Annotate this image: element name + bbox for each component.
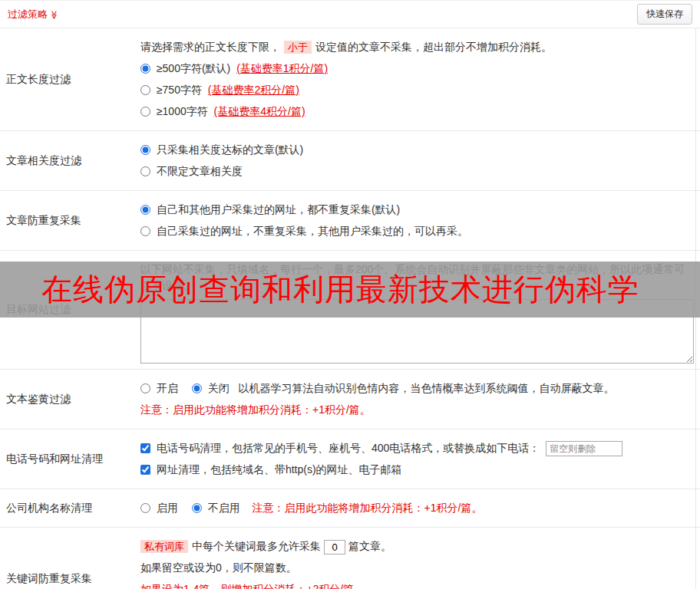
radio-option-porn-off[interactable]: 关闭: [192, 382, 233, 394]
checkbox-phone-clean[interactable]: [140, 443, 150, 453]
company-clean-note: 注意：启用此功能将增加积分消耗：+1积分/篇。: [253, 502, 483, 514]
instruction-text-pre: 请选择需求的正文长度下限，: [140, 41, 280, 53]
radio-relevant-only[interactable]: [140, 145, 150, 155]
row-company-clean: 公司机构名称清理 启用 不启用 注意：启用此功能将增加积分消耗：+1积分/篇。: [0, 489, 700, 528]
dedup-filter-label: 文章防重复采集: [0, 191, 140, 250]
radio-option-company-disable[interactable]: 不启用: [192, 502, 243, 514]
radio-label: 自己和其他用户采集过的网址，都不重复采集(默认): [157, 203, 400, 216]
filter-strategy-panel: 过滤策略≫ 快速保存 正文长度过滤 请选择需求的正文长度下限，小于设定值的文章不…: [0, 0, 700, 589]
max-articles-input[interactable]: [324, 540, 345, 554]
watermark-text: 在线伪原创查询和利用最新技术进行伪科学: [41, 268, 639, 311]
radio-label: 不启用: [208, 502, 240, 514]
checkbox-option-url-clean[interactable]: 网址清理，包括纯域名、带http(s)的网址、电子邮箱: [140, 463, 402, 475]
phone-url-clean-label: 电话号码和网址清理: [0, 429, 140, 489]
checkbox-label: 网址清理，包括纯域名、带http(s)的网址、电子邮箱: [157, 463, 402, 475]
radio-label: ≥1000字符: [157, 105, 208, 117]
section-title-toggle[interactable]: 过滤策略≫: [8, 8, 59, 21]
watermark-banner: 在线伪原创查询和利用最新技术进行伪科学: [0, 262, 700, 318]
radio-500-chars[interactable]: [140, 64, 150, 74]
rate-note: (基础费率2积分/篇): [208, 84, 299, 96]
radio-label: 不限定文章相关度: [157, 165, 243, 177]
row-keyword-dedup: 关键词防重复采集 私有词库中每个关键词最多允许采集篇文章。 如果留空或设为0，则…: [0, 528, 700, 589]
radio-label: 关闭: [208, 382, 229, 394]
radio-option-company-enable[interactable]: 启用: [140, 502, 181, 514]
radio-option-porn-on[interactable]: 开启: [140, 382, 181, 394]
radio-1000-chars[interactable]: [140, 107, 150, 117]
highlight-less-than: 小于: [284, 41, 312, 54]
radio-label: ≥500字符(默认): [157, 62, 230, 74]
keyword-dedup-line1-end: 篇文章。: [348, 540, 391, 552]
radio-option-1000-chars[interactable]: ≥1000字符 (基础费率4积分/篇): [140, 105, 305, 117]
radio-label: 开启: [157, 382, 178, 394]
replacement-phone-input[interactable]: [546, 441, 622, 456]
radio-porn-off[interactable]: [192, 383, 202, 393]
radio-no-relevance-limit[interactable]: [140, 166, 150, 176]
row-length-filter: 正文长度过滤 请选择需求的正文长度下限，小于设定值的文章不采集，超出部分不增加积…: [0, 28, 700, 131]
radio-750-chars[interactable]: [140, 85, 150, 95]
row-relevance-filter: 文章相关度过滤 只采集相关度达标的文章(默认) 不限定文章相关度: [0, 131, 700, 191]
checkbox-label: 电话号码清理，包括常见的手机号、座机号、400电话格式，或替换成如下电话：: [157, 442, 540, 454]
keyword-dedup-label: 关键词防重复采集: [0, 528, 140, 589]
radio-option-dedup-all-users[interactable]: 自己和其他用户采集过的网址，都不重复采集(默认): [140, 203, 400, 216]
radio-porn-on[interactable]: [140, 383, 150, 393]
porn-filter-description: 以机器学习算法自动识别色情内容，当色情概率达到系统阈值，自动屏蔽文章。: [239, 382, 615, 394]
radio-option-relevant-only[interactable]: 只采集相关度达标的文章(默认): [140, 143, 303, 156]
header: 过滤策略≫ 快速保存: [0, 1, 700, 28]
radio-dedup-all-users[interactable]: [140, 205, 150, 215]
radio-company-disable[interactable]: [192, 503, 202, 513]
radio-label: ≥750字符: [157, 84, 202, 96]
keyword-dedup-line1-mid: 中每个关键词最多允许采集: [192, 540, 321, 552]
porn-filter-label: 文本鉴黄过滤: [0, 370, 140, 429]
row-porn-filter: 文本鉴黄过滤 开启 关闭 以机器学习算法自动识别色情内容，当色情概率达到系统阈值…: [0, 370, 700, 429]
row-dedup-filter: 文章防重复采集 自己和其他用户采集过的网址，都不重复采集(默认) 自己采集过的网…: [0, 191, 700, 251]
quick-save-button[interactable]: 快速保存: [637, 4, 692, 25]
radio-option-no-relevance-limit[interactable]: 不限定文章相关度: [140, 165, 243, 177]
rate-note: (基础费率1积分/篇): [236, 62, 328, 74]
keyword-dedup-line2: 如果留空或设为0，则不限篇数。: [140, 560, 694, 576]
chevron-down-icon: ≫: [49, 10, 59, 19]
radio-option-500-chars[interactable]: ≥500字符(默认) (基础费率1积分/篇): [140, 62, 328, 74]
page-title: 过滤策略: [8, 8, 48, 20]
checkbox-url-clean[interactable]: [140, 465, 150, 475]
company-clean-label: 公司机构名称清理: [0, 489, 140, 527]
row-phone-url-clean: 电话号码和网址清理 电话号码清理，包括常见的手机号、座机号、400电话格式，或替…: [0, 429, 700, 489]
relevance-filter-label: 文章相关度过滤: [0, 131, 140, 190]
radio-dedup-self-only[interactable]: [140, 226, 150, 236]
instruction-text-post: 设定值的文章不采集，超出部分不增加积分消耗。: [315, 41, 552, 53]
length-filter-instruction: 请选择需求的正文长度下限，小于设定值的文章不采集，超出部分不增加积分消耗。: [140, 39, 694, 55]
radio-option-750-chars[interactable]: ≥750字符 (基础费率2积分/篇): [140, 84, 299, 96]
radio-label: 启用: [157, 502, 178, 514]
rate-note: (基础费率4积分/篇): [214, 105, 305, 117]
highlight-private-lexicon: 私有词库: [140, 540, 188, 553]
length-filter-label: 正文长度过滤: [0, 28, 140, 130]
radio-company-enable[interactable]: [140, 503, 150, 513]
radio-label: 自己采集过的网址，不重复采集，其他用户采集过的，可以再采。: [157, 225, 468, 237]
porn-filter-note: 注意：启用此功能将增加积分消耗：+1积分/篇。: [140, 402, 694, 418]
keyword-dedup-line3: 如果设为1-4篇，则增加积分消耗：+2积分/篇。: [140, 581, 694, 589]
checkbox-option-phone-clean[interactable]: 电话号码清理，包括常见的手机号、座机号、400电话格式，或替换成如下电话：: [140, 442, 543, 454]
radio-option-dedup-self-only[interactable]: 自己采集过的网址，不重复采集，其他用户采集过的，可以再采。: [140, 225, 468, 237]
radio-label: 只采集相关度达标的文章(默认): [157, 143, 303, 156]
